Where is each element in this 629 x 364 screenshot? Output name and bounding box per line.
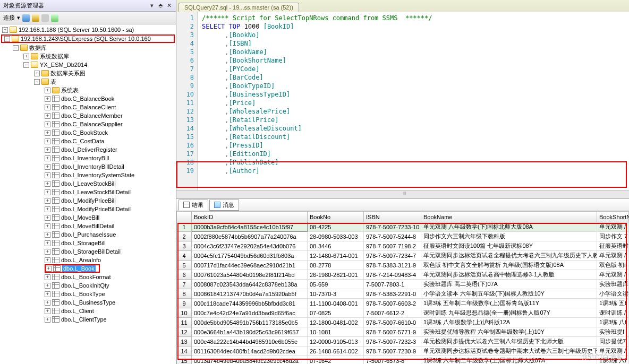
expander-icon[interactable]: + (45, 317, 50, 323)
cell[interactable]: 单元双测同步达标活页试卷全程提优大考卷六三制九年级历史下人教版江苏 (421, 251, 597, 261)
expander-icon[interactable]: − (34, 79, 40, 85)
connect-label[interactable]: 连接 (3, 14, 15, 22)
cell[interactable]: 10-1081 (308, 327, 364, 337)
table-node[interactable]: +dbo.L_BookInitQty (0, 281, 176, 290)
expander-icon[interactable]: + (45, 249, 50, 255)
expander-icon[interactable]: + (45, 206, 50, 212)
table-row[interactable]: 11000de5bbd9054891b756b1173185e0b512-180… (177, 318, 629, 327)
editor-tab[interactable]: SQLQuery27.sql - 19...ss.master (sa (52)… (178, 3, 299, 12)
expander-icon[interactable]: − (4, 36, 10, 42)
code-area[interactable]: /****** Script for SelectTopNRows comman… (198, 12, 629, 190)
cell[interactable]: 单元双测 / (597, 346, 629, 356)
table-node[interactable]: +dbo.I_StorageBillDetail (0, 247, 176, 256)
cell[interactable]: 08-4225 (308, 222, 364, 232)
cell[interactable]: 000e3664b1a443b190d25c63c9619f657 (192, 327, 308, 337)
expander-icon[interactable]: + (45, 308, 50, 314)
expander-icon[interactable]: + (45, 232, 50, 238)
databases-node[interactable]: − 数据库 (0, 44, 176, 52)
cell[interactable]: 07-1642 (308, 356, 364, 365)
expander-icon[interactable]: + (45, 223, 50, 229)
cell[interactable]: 1课3练 八f (597, 318, 629, 327)
table-node[interactable]: +dbo.I_LeaveStockBill (0, 179, 176, 188)
expander-icon[interactable]: + (45, 105, 50, 110)
table-row[interactable]: 14001163084dec400fb14acd2d9b02cdea26-148… (177, 346, 629, 356)
cell[interactable]: 0013a74b49ed40ba584fdc23e9cc48d2a (192, 356, 308, 365)
expander-icon[interactable]: + (45, 155, 50, 161)
table-node[interactable]: +dbo.L_AreaInfo (0, 256, 176, 264)
table-node[interactable]: +dbo.L_BusinessType (0, 298, 176, 307)
row-number[interactable]: 8 (177, 289, 192, 299)
cell[interactable]: 单元检测同步提优大试卷六三制八年级历史下北师大版 (421, 337, 597, 346)
row-number[interactable]: 7 (177, 280, 192, 289)
row-number[interactable]: 3 (177, 241, 192, 251)
expander-icon[interactable]: − (23, 62, 29, 68)
expander-icon[interactable]: + (45, 283, 50, 289)
column-header[interactable]: BookID (192, 212, 308, 222)
table-node[interactable]: +dbo.I_DeliverRegister (0, 145, 176, 154)
expander-icon[interactable]: + (45, 189, 50, 195)
table-node[interactable]: +dbo.I_MoveBill (0, 213, 176, 222)
dropdown-icon[interactable]: ▾ (17, 14, 20, 21)
table-node[interactable]: +dbo.I_InventorySystemState (0, 171, 176, 179)
cell[interactable]: 28-0980-5033-003 (308, 232, 364, 241)
cell[interactable]: 征服英语时 (597, 241, 629, 251)
expander-icon[interactable]: + (45, 181, 50, 187)
cell[interactable]: 0008618412137470b0d4a7a15920ab5f (192, 289, 308, 299)
cell[interactable]: 征服英语时文阅读100篇 七年级新课标08Y (421, 241, 597, 251)
table-row[interactable]: 5000717d1fac44ec39e68aec2910d21b108-2778… (177, 261, 629, 270)
cell[interactable]: 小学语文读 (597, 289, 629, 299)
cell[interactable]: 000761023a544804b0198e2f81f214bd (192, 270, 308, 280)
close-icon[interactable]: ✕ (165, 2, 173, 9)
cell[interactable]: 12-1800-0481-002 (308, 318, 364, 327)
table-row[interactable]: 40004c5fc17754049bd56d60d31fb803a12-1480… (177, 251, 629, 261)
row-number[interactable]: 2 (177, 232, 192, 241)
expander-icon[interactable]: + (45, 164, 50, 170)
stop-icon[interactable] (41, 14, 49, 22)
cell[interactable]: 12-1480-6714-001 (308, 251, 364, 261)
cell[interactable]: 实验班题库 (597, 280, 629, 289)
sys-databases-node[interactable]: + 系统数据库 (0, 52, 176, 60)
row-number[interactable]: 6 (177, 270, 192, 280)
cell[interactable]: 1课3练 八年级数学(上)沪科版12A (421, 318, 597, 327)
expander-icon[interactable]: + (45, 172, 50, 178)
expander-icon[interactable]: + (46, 266, 52, 272)
cell[interactable]: 0000b3a9cfb84c4a8155ce4c10b15f97 (192, 222, 308, 232)
pin-icon[interactable]: ⬘ (157, 2, 164, 9)
cell[interactable]: 实验班题库 高二英语(下)07A (421, 280, 597, 289)
cell[interactable]: 978-7-5007-7234-7 (364, 251, 421, 261)
table-row[interactable]: 20002f880e5874bb5b6907a77a240076a28-0980… (177, 232, 629, 241)
table-row[interactable]: 30004c3c6f23747e29202a54e43d0b07608-3446… (177, 241, 629, 251)
cell[interactable]: 实验班提f (597, 327, 629, 337)
cell[interactable]: 同步提优7 (597, 337, 629, 346)
table-node[interactable]: +dbo.L_Book (0, 264, 176, 273)
cell[interactable]: 05-659 (308, 280, 364, 289)
cell[interactable]: 978-7-5007-7233-10 (364, 222, 421, 232)
cell[interactable]: 978-7-214-09483-4 (364, 270, 421, 280)
cell[interactable]: 课时训练 九年级思想品德(全一册)国标鲁人版07Y (421, 308, 597, 318)
filter-icon[interactable] (32, 14, 39, 22)
expander-icon[interactable]: + (45, 130, 50, 136)
table-node[interactable]: +dbo.L_BookFormat (0, 273, 176, 281)
cell[interactable]: 26-1980-2821-001 (308, 270, 364, 280)
cell[interactable]: 同步作文六三制六年级下教科版 (421, 232, 597, 241)
cell[interactable]: 单元双测同步达标活页试卷高中物理选修3-1人教版 (421, 270, 597, 280)
script-icon[interactable] (51, 14, 58, 22)
cell[interactable]: 0004c3c6f23747e29202a54e43d0b076 (192, 241, 308, 251)
cell[interactable]: 978-7-5007-7198-2 (364, 241, 421, 251)
expander-icon[interactable]: + (45, 240, 50, 246)
cell[interactable]: 单元双测 / (597, 270, 629, 280)
table-row[interactable]: 10000b3a9cfb84c4a8155ce4c10b15f9708-4225… (177, 222, 629, 232)
column-header[interactable]: BookShortN (597, 212, 629, 222)
cell[interactable]: 08-2778 (308, 261, 364, 270)
cell[interactable]: 978-7-5383-2291-0 (364, 289, 421, 299)
cell[interactable]: 小学语文读本 六年制五年级(下)国标人教版10Y (421, 289, 597, 299)
row-number[interactable]: 14 (177, 346, 192, 356)
cell[interactable]: 同步作文 7 (597, 232, 629, 241)
messages-tab[interactable]: 消息 (209, 200, 239, 211)
expander-icon[interactable]: + (45, 274, 50, 280)
cell[interactable]: 7-5007-6573-8 (364, 356, 421, 365)
cell[interactable]: 001163084dec400fb14acd2d9b02cdea (192, 346, 308, 356)
table-node[interactable]: +dbo.C_BalanceClient (0, 103, 176, 111)
expander-icon[interactable]: + (45, 300, 50, 306)
row-number[interactable]: 11 (177, 318, 192, 327)
